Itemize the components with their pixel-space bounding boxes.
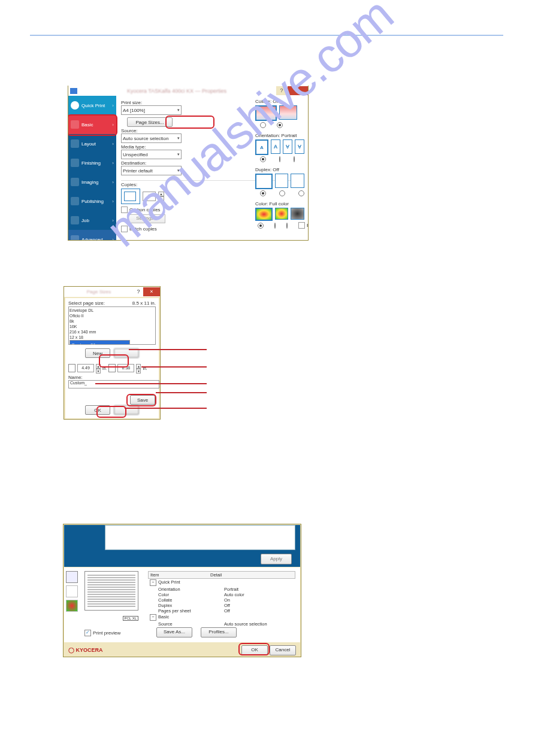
list-item[interactable]: Oficio II (69, 313, 155, 318)
name-input[interactable]: Custom_ (68, 380, 159, 388)
orientation-portrait-flip[interactable]: A (283, 139, 292, 154)
list-item[interactable]: 216 x 340 mm (69, 329, 155, 335)
color-radio-2[interactable] (274, 223, 276, 229)
sidebar-item-layout[interactable]: Layout› (68, 134, 116, 153)
color-auto-tile[interactable] (275, 208, 289, 220)
col-item: Item (150, 572, 210, 578)
kyocera-logo: ◯ KYOCERA (68, 647, 103, 653)
save-as-button[interactable]: Save As... (156, 627, 192, 637)
button-label: OK (94, 408, 101, 413)
page-sizes-button[interactable]: Page Sizes... (127, 117, 173, 127)
copies-icon (121, 189, 140, 204)
save-button[interactable]: Save (130, 395, 155, 405)
sidebar-item-basic[interactable]: Basic› (68, 115, 116, 134)
cancel-button[interactable] (114, 405, 139, 415)
width-input[interactable]: 4.49 (77, 364, 94, 372)
ok-button[interactable]: OK (241, 645, 268, 655)
setting-key: Duplex (150, 603, 224, 608)
collate-tiles (255, 105, 304, 121)
height-input[interactable]: 6.38 (117, 364, 134, 372)
page-sizes-dialog: Page Sizes ? × Select page size:8.5 x 11… (64, 286, 161, 420)
setting-key: Pages per sheet (150, 608, 224, 614)
summary-top: Apply (64, 525, 300, 567)
new-button[interactable]: New (85, 348, 110, 358)
sidebar-item-advanced[interactable]: Advanced› (68, 230, 116, 241)
ok-button[interactable]: OK (85, 405, 110, 415)
help-button[interactable]: ? (134, 287, 143, 296)
height-icon (108, 364, 116, 372)
setting-val: Off (224, 608, 230, 614)
collate-radio-2[interactable] (277, 122, 283, 128)
collapse-icon[interactable]: − (150, 579, 156, 586)
color-full-tile[interactable] (255, 208, 273, 221)
duplex-short-tile[interactable] (291, 174, 304, 188)
close-button[interactable]: × (288, 86, 308, 95)
ecoprint-checkbox[interactable]: EcoPrint (298, 222, 309, 229)
collate-radio-1[interactable] (260, 122, 266, 128)
collate-on-tile[interactable] (255, 105, 277, 121)
duplex-off-tile[interactable] (255, 174, 273, 189)
dimensions-row: 4.49 ▲▼ in. 6.38 ▲▼ in. (68, 364, 156, 372)
orient-radio-3[interactable] (294, 156, 295, 162)
basic-panel: Print size: A4 [100%]▾ Page Sizes... Sou… (116, 96, 308, 240)
profiles-button[interactable]: Profiles... (201, 627, 237, 637)
label-color: Color: Full color (255, 201, 304, 207)
setting-key: Orientation (150, 587, 224, 592)
destination-select[interactable]: Printer default▾ (121, 166, 182, 175)
sidebar-label: Imaging (81, 180, 98, 185)
source-select[interactable]: Auto source selection▾ (121, 133, 182, 143)
orient-radio-1[interactable] (260, 156, 266, 162)
image-icon (71, 178, 79, 186)
help-button[interactable]: ? (276, 86, 287, 95)
list-item[interactable]: 8k (69, 318, 155, 324)
color-radio-1[interactable] (258, 223, 264, 229)
preview-tab-2[interactable] (66, 585, 78, 597)
right-column: Collate: On Orientation: Portrait A A A … (255, 99, 304, 229)
copies-input[interactable]: 1 (143, 192, 156, 201)
sidebar-item-imaging[interactable]: Imaging› (68, 172, 116, 192)
orient-radio-2[interactable] (279, 156, 280, 162)
save-icon (71, 216, 79, 224)
setting-key: Source (150, 621, 224, 627)
orientation-landscape-flip[interactable]: A (295, 139, 304, 154)
settings-button[interactable]: Settings... (128, 214, 165, 223)
duplex-long-tile[interactable] (275, 174, 289, 188)
duplex-radio-2[interactable] (279, 190, 285, 196)
print-size-select[interactable]: A4 [100%]▾ (121, 105, 182, 115)
color-radio-3[interactable] (286, 223, 288, 229)
mediatype-select[interactable]: Unspecified▾ (121, 150, 182, 159)
sidebar-item-publishing[interactable]: Publishing› (68, 192, 116, 211)
list-item[interactable]: Envelope DL (69, 308, 155, 313)
sidebar-item-quickprint[interactable]: Quick Print› (68, 96, 116, 115)
callout-line-ok (125, 408, 207, 409)
grid-icon (71, 139, 79, 148)
color-bw-tile[interactable] (291, 208, 304, 220)
button-label: Save (137, 397, 148, 403)
orient-radio-4[interactable] (308, 156, 309, 162)
list-item[interactable]: 16K (69, 324, 155, 329)
list-item-selected[interactable]: Custom_01 (69, 340, 130, 345)
copies-stepper[interactable]: ▲▼ (158, 192, 164, 201)
height-stepper[interactable]: ▲▼ (136, 364, 141, 372)
collate-off-tile[interactable] (279, 105, 297, 120)
preview-tab-1[interactable] (66, 571, 78, 583)
sidebar-item-finishing[interactable]: Finishing› (68, 153, 116, 172)
duplex-radio-3[interactable] (298, 190, 304, 196)
collapse-icon[interactable]: − (150, 614, 156, 621)
dropdown-arrow-icon: ▾ (177, 108, 180, 113)
orientation-portrait[interactable]: A (255, 139, 268, 155)
width-stepper[interactable]: ▲▼ (96, 364, 101, 372)
print-preview-checkbox[interactable]: ✓Print preview (84, 630, 120, 636)
setting-key: Collate (150, 597, 224, 603)
sidebar: Quick Print› Basic› Layout› Finishing› I… (68, 96, 116, 240)
apply-button[interactable]: Apply (261, 554, 292, 564)
orientation-landscape[interactable]: A (271, 139, 280, 154)
preview-tab-3[interactable] (66, 600, 78, 612)
close-button[interactable]: × (143, 287, 160, 296)
list-item[interactable]: 12 x 18 (69, 335, 155, 340)
page-size-listbox[interactable]: Envelope DL Oficio II 8k 16K 216 x 340 m… (68, 306, 156, 345)
chevron-right-icon: › (112, 103, 114, 108)
duplex-radio-1[interactable] (260, 190, 266, 196)
sidebar-item-job[interactable]: Job› (68, 211, 116, 230)
cancel-button[interactable]: Cancel (270, 645, 296, 655)
